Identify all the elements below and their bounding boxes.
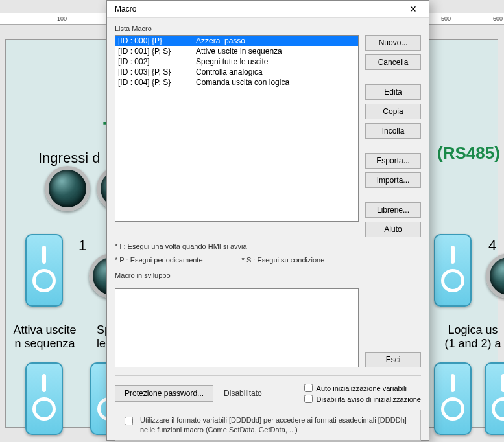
copy-button[interactable]: Copia (365, 104, 421, 119)
paste-button[interactable]: Incolla (365, 123, 421, 139)
ruler-mark: 600 (493, 16, 503, 22)
dev-group-label: Macro in sviluppo (115, 272, 421, 279)
list-item[interactable]: [ID : 002]Spegni tutte le uscite (115, 56, 358, 67)
macro-id: [ID : 003] {P, S} (118, 67, 196, 77)
exit-button[interactable]: Esci (365, 352, 421, 367)
note-i: * I : Esegui una volta quando HMI si avv… (115, 241, 421, 252)
ruler-mark: 100 (57, 16, 67, 22)
hex-note-text: Utilizzare il formato variabili [DDDDdd]… (140, 415, 414, 435)
macro-name: Comanda uscita con logica (196, 77, 355, 87)
macro-id: [ID : 000] {P} (118, 36, 196, 46)
macro-name: Azzera_passo (196, 36, 355, 46)
list-item[interactable]: [ID : 004] {P, S}Comanda uscita con logi… (115, 77, 358, 87)
close-icon[interactable]: ✕ (402, 1, 425, 17)
macro-id: [ID : 002] (118, 56, 196, 67)
libraries-button[interactable]: Librerie... (365, 202, 421, 218)
macro-id: [ID : 001] {P, S} (118, 46, 196, 56)
checkbox-input[interactable] (304, 395, 313, 403)
import-button[interactable]: Importa... (365, 172, 421, 188)
rs485-label: (RS485) (437, 143, 500, 163)
list-item[interactable]: [ID : 003] {P, S}Controlla analogica (115, 67, 358, 77)
list-item[interactable]: [ID : 000] {P}Azzera_passo (115, 36, 358, 46)
divider (115, 375, 421, 376)
titlebar[interactable]: Macro ✕ (107, 1, 429, 18)
dialog-body: Lista Macro [ID : 000] {P}Azzera_passo[I… (107, 18, 429, 442)
list-item[interactable]: [ID : 001] {P, S}Attive uscite in sequen… (115, 46, 358, 56)
hex-format-note: Utilizzare il formato variabili [DDDDdd]… (115, 410, 421, 441)
macro-listbox[interactable]: [ID : 000] {P}Azzera_passo[ID : 001] {P,… (115, 35, 359, 222)
delete-button[interactable]: Cancella (365, 54, 421, 70)
switch-label: Logica us(1 and 2) a (427, 323, 504, 351)
help-button[interactable]: Aiuto (365, 222, 421, 237)
dev-listbox[interactable] (115, 288, 359, 367)
edit-button[interactable]: Edita (365, 84, 421, 100)
switch-num: 4 (488, 237, 496, 254)
checkbox-input[interactable] (304, 384, 313, 392)
macro-name: Attive uscite in sequenza (196, 46, 355, 56)
disable-warning-checkbox[interactable]: Disabilita aviso di inizializzazione (304, 395, 421, 403)
switch[interactable] (25, 234, 63, 307)
macro-dialog: Macro ✕ Lista Macro [ID : 000] {P}Azzera… (106, 0, 429, 441)
ruler-mark: 500 (441, 16, 451, 22)
macro-name: Controlla analogica (196, 67, 355, 77)
hex-checkbox[interactable] (125, 417, 133, 425)
macro-id: [ID : 004] {P, S} (118, 77, 196, 87)
dialog-title: Macro (115, 5, 136, 14)
password-status: Disabilitato (224, 389, 262, 398)
note-s: * S : Esegui su condizione (242, 255, 325, 266)
export-button[interactable]: Esporta... (365, 153, 421, 169)
switch[interactable] (434, 362, 472, 435)
subtitle: Ingressi d (38, 150, 100, 167)
password-protection-button[interactable]: Protezione password... (115, 385, 213, 402)
legend-notes: * I : Esegui una volta quando HMI si avv… (115, 241, 421, 265)
led-indicator[interactable] (486, 253, 504, 299)
button-column: Nuovo... Cancella Edita Copia Incolla Es… (365, 35, 421, 237)
new-button[interactable]: Nuovo... (365, 35, 421, 51)
switch[interactable] (485, 362, 504, 435)
auto-init-checkbox[interactable]: Auto inizializzazione variabili (304, 384, 421, 392)
note-p: * P : Esegui periodicamente (115, 255, 203, 266)
switch[interactable] (25, 362, 63, 435)
switch-num: 1 (78, 237, 86, 254)
switch-label: Attiva usciten sequenza (0, 323, 90, 351)
led-indicator[interactable] (45, 166, 90, 211)
checkbox-label: Auto inizializzazione variabili (317, 384, 407, 392)
switch[interactable] (434, 234, 472, 307)
list-group-label: Lista Macro (115, 25, 421, 32)
macro-name: Spegni tutte le uscite (196, 56, 355, 67)
checkbox-label: Disabilita aviso di inizializzazione (317, 395, 421, 403)
